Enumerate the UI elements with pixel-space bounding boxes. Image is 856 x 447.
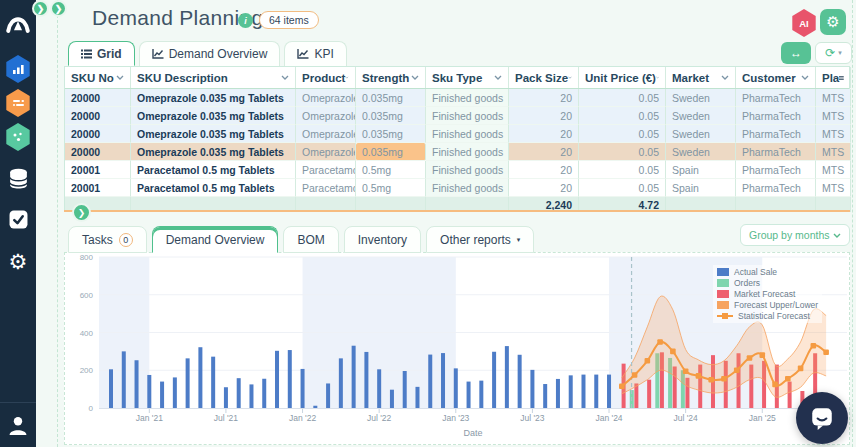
table-cell[interactable]: Finished goods <box>426 161 509 179</box>
table-cell[interactable]: Spain <box>666 161 736 179</box>
table-cell[interactable]: Finished goods <box>426 107 509 125</box>
tab-other-reports[interactable]: Other reports ▾ <box>426 226 534 253</box>
table-cell[interactable]: 0.05 <box>579 143 666 161</box>
group-by-select[interactable]: Group by months <box>740 224 850 246</box>
database-nav-icon[interactable] <box>0 162 36 196</box>
table-cell[interactable]: Omeprazole 0.035 mg Tablets <box>131 143 296 161</box>
table-cell[interactable]: Paracetamol 0.5 mg Tablets <box>131 161 296 179</box>
table-cell[interactable]: Finished goods <box>426 143 509 161</box>
table-cell[interactable]: Sweden <box>666 89 736 107</box>
table-cell[interactable]: PharmaTech <box>736 179 816 197</box>
tab-demand-overview[interactable]: Demand Overview <box>152 226 279 253</box>
table-cell[interactable]: Spain <box>666 179 736 197</box>
table-cell[interactable]: 20 <box>509 161 579 179</box>
tab-tasks[interactable]: Tasks 0 <box>68 226 147 253</box>
table-cell[interactable]: 0.035mg <box>356 89 426 107</box>
fit-columns-button[interactable]: ↔ <box>781 42 811 64</box>
column-header[interactable]: SKU Description <box>131 67 296 88</box>
table-cell[interactable]: Sweden <box>666 107 736 125</box>
table-cell[interactable]: MTS <box>816 161 851 179</box>
table-cell[interactable]: MTS <box>816 125 851 143</box>
column-header[interactable]: Sku Type <box>426 67 509 88</box>
table-cell[interactable]: Omeprazole 0.035 mg Tablets <box>131 107 296 125</box>
table-cell[interactable]: PharmaTech <box>736 89 816 107</box>
table-row[interactable]: 20000Omeprazole 0.035 mg TabletsOmeprazo… <box>65 107 849 125</box>
table-cell[interactable]: 20000 <box>65 89 131 107</box>
expand-sidebar-button[interactable]: ❯ <box>32 0 49 17</box>
table-cell[interactable]: Paracetamol <box>296 179 356 197</box>
reports-nav-icon[interactable] <box>0 52 36 86</box>
table-cell[interactable]: 0.05 <box>579 125 666 143</box>
chat-button[interactable] <box>796 392 848 444</box>
table-cell[interactable]: Omeprazole 0.035 mg Tablets <box>131 125 296 143</box>
table-row[interactable]: 20001Paracetamol 0.5 mg TabletsParacetam… <box>65 179 849 197</box>
table-cell[interactable]: 0.035mg <box>356 107 426 125</box>
table-cell[interactable]: 20 <box>509 125 579 143</box>
tab-demand-overview-top[interactable]: Demand Overview <box>139 41 281 66</box>
legend-item[interactable]: Statistical Forecast <box>717 311 818 321</box>
table-cell[interactable]: Finished goods <box>426 89 509 107</box>
table-cell[interactable]: Omeprazole 0.035 mg Tablets <box>131 89 296 107</box>
table-cell[interactable]: PharmaTech <box>736 125 816 143</box>
table-cell[interactable]: Finished goods <box>426 179 509 197</box>
table-cell[interactable]: Paracetamol 0.5 mg Tablets <box>131 179 296 197</box>
table-row[interactable]: 20000Omeprazole 0.035 mg TabletsOmeprazo… <box>65 143 849 161</box>
table-cell[interactable]: 20 <box>509 143 579 161</box>
table-cell[interactable]: 0.035mg <box>356 125 426 143</box>
tab-grid[interactable]: Grid <box>68 41 135 66</box>
expand-panel-button[interactable]: ❯ <box>50 0 67 17</box>
table-cell[interactable]: Paracetamol <box>296 161 356 179</box>
column-header[interactable]: Customer <box>736 67 816 88</box>
column-header[interactable]: Pla <box>816 67 851 88</box>
legend-item[interactable]: Forecast Upper/Lower <box>717 300 818 310</box>
table-row[interactable]: 20001Paracetamol 0.5 mg TabletsParacetam… <box>65 161 849 179</box>
info-icon[interactable]: i <box>238 13 253 28</box>
refresh-button[interactable]: ⟳ ▾ <box>815 42 852 64</box>
legend-item[interactable]: Actual Sale <box>717 267 818 277</box>
table-cell[interactable]: 0.05 <box>579 179 666 197</box>
table-cell[interactable]: PharmaTech <box>736 143 816 161</box>
table-cell[interactable]: 0.035mg <box>356 143 426 161</box>
tab-inventory[interactable]: Inventory <box>344 226 421 253</box>
collapse-grid-button[interactable]: ❯ <box>72 203 91 222</box>
table-cell[interactable]: Omeprazole <box>296 125 356 143</box>
settings-button[interactable]: ⚙ <box>820 9 846 35</box>
column-header[interactable]: Pack Size <box>509 67 579 88</box>
table-cell[interactable]: Sweden <box>666 125 736 143</box>
ai-assistant-button[interactable]: AI <box>791 9 817 37</box>
table-cell[interactable]: MTS <box>816 179 851 197</box>
column-header[interactable]: Unit Price (€) <box>579 67 666 88</box>
table-cell[interactable]: 0.5mg <box>356 179 426 197</box>
column-header[interactable]: Strength <box>356 67 426 88</box>
table-cell[interactable]: 20000 <box>65 107 131 125</box>
planning-nav-icon[interactable] <box>0 86 36 120</box>
tab-kpi[interactable]: KPI <box>284 41 346 66</box>
column-header[interactable]: Product <box>296 67 356 88</box>
app-logo-icon[interactable] <box>0 0 36 44</box>
table-cell[interactable]: PharmaTech <box>736 161 816 179</box>
table-cell[interactable]: 20001 <box>65 161 131 179</box>
table-cell[interactable]: MTS <box>816 107 851 125</box>
table-cell[interactable]: 20 <box>509 179 579 197</box>
table-cell[interactable]: 0.5mg <box>356 161 426 179</box>
legend-item[interactable]: Market Forecast <box>717 289 818 299</box>
table-cell[interactable]: Omeprazole <box>296 143 356 161</box>
table-cell[interactable]: 20 <box>509 89 579 107</box>
table-cell[interactable]: 20000 <box>65 125 131 143</box>
table-cell[interactable]: 20001 <box>65 179 131 197</box>
table-cell[interactable]: MTS <box>816 143 851 161</box>
table-cell[interactable]: Sweden <box>666 143 736 161</box>
table-cell[interactable]: MTS <box>816 89 851 107</box>
tab-bom[interactable]: BOM <box>283 226 338 253</box>
table-row[interactable]: 20000Omeprazole 0.035 mg TabletsOmeprazo… <box>65 89 849 107</box>
table-cell[interactable]: Omeprazole <box>296 89 356 107</box>
table-cell[interactable]: Omeprazole <box>296 107 356 125</box>
column-header[interactable]: SKU No <box>65 67 131 88</box>
settings-gear-icon[interactable]: ⚙ <box>0 244 36 278</box>
table-cell[interactable]: 20 <box>509 107 579 125</box>
table-row[interactable]: 20000Omeprazole 0.035 mg TabletsOmeprazo… <box>65 125 849 143</box>
table-cell[interactable]: 0.05 <box>579 161 666 179</box>
column-header[interactable]: Market <box>666 67 736 88</box>
automation-nav-icon[interactable] <box>0 120 36 154</box>
legend-item[interactable]: Orders <box>717 278 818 288</box>
